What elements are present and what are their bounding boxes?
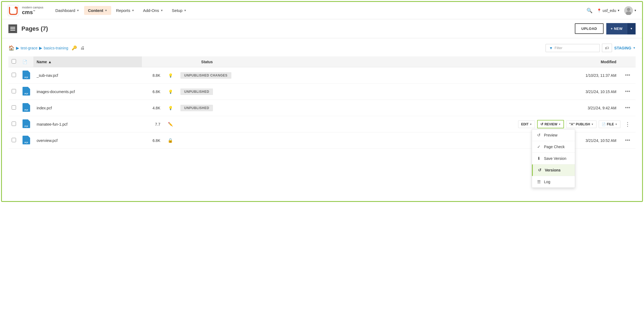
name-column-header[interactable]: Name ▲ <box>33 56 142 67</box>
row-checkbox[interactable] <box>12 89 16 93</box>
printer-icon[interactable]: 🖨 <box>80 46 85 50</box>
svg-point-4 <box>627 8 630 11</box>
chevron-down-icon: ▼ <box>132 9 134 12</box>
chevron-down-icon: ▼ <box>160 9 163 12</box>
publish-button[interactable]: "A" PUBLISH ▼ <box>566 120 597 128</box>
modified-column-header: Modified <box>237 56 620 67</box>
file-table: 📄 Name ▲ Status Modified PCF <box>8 56 636 149</box>
select-all-checkbox[interactable] <box>12 59 16 63</box>
search-icon[interactable]: 🔍 <box>586 8 592 14</box>
location-label: usf_edu <box>602 8 616 13</box>
new-button[interactable]: + NEW <box>606 23 627 34</box>
location-pin-icon: 📍 <box>597 8 601 13</box>
file-name[interactable]: index.pcf <box>33 100 142 116</box>
chevron-down-icon: ▼ <box>105 9 107 12</box>
header-actions: UPLOAD + NEW ▼ <box>575 23 636 34</box>
dropdown-item-preview[interactable]: ↺ Preview <box>532 129 575 141</box>
file-button[interactable]: 📄 FILE ▼ <box>599 120 620 128</box>
file-label: FILE <box>607 122 614 126</box>
row-checkbox[interactable] <box>12 138 16 142</box>
staging-button[interactable]: STAGING ▼ <box>614 46 636 50</box>
dropdown-item-log[interactable]: ☰ Log <box>532 176 575 188</box>
logo[interactable]: modern campus cms™ <box>7 5 43 17</box>
chevron-down-icon: ▼ <box>76 9 79 12</box>
dropdown-item-page-check[interactable]: ✓ Page Check <box>532 141 575 153</box>
status-badge: UNPUBLISHED <box>180 105 213 111</box>
nav-right: 🔍 📍 usf_edu ▼ ▼ <box>586 6 637 15</box>
nav-addons[interactable]: Add-Ons ▼ <box>139 6 167 15</box>
more-options-button[interactable]: ⋮ <box>623 120 632 128</box>
more-options-button[interactable]: ••• <box>623 104 632 111</box>
dropdown-item-label: Page Check <box>544 145 565 149</box>
dropdown-item-label: Save Version <box>544 156 566 161</box>
review-icon: ↺ <box>540 122 543 126</box>
breadcrumb-separator: ▶ <box>39 46 42 50</box>
filter-icon: ▼ <box>549 46 553 50</box>
publish-label: PUBLISH <box>576 122 590 126</box>
more-options-button[interactable]: ••• <box>623 88 632 95</box>
chevron-down-icon: ▼ <box>634 9 637 12</box>
file-size: 4.8K <box>142 100 164 116</box>
file-icon-header: 📄 <box>23 60 27 64</box>
breadcrumb-home-icon[interactable]: 🏠 <box>8 45 14 51</box>
pcf-file-icon: PCF <box>23 136 30 144</box>
chevron-down-icon: ▼ <box>615 123 617 126</box>
upload-button[interactable]: UPLOAD <box>575 23 604 34</box>
dropdown-item-label: Preview <box>544 133 557 137</box>
file-name[interactable]: overview.pcf <box>33 132 142 149</box>
status-badge: UNPUBLISHED <box>180 88 213 95</box>
nav-reports[interactable]: Reports ▼ <box>112 6 138 15</box>
nav-dashboard[interactable]: Dashboard ▼ <box>52 6 83 15</box>
page-title: Pages (7) <box>21 25 48 32</box>
more-options-button[interactable]: ••• <box>623 72 632 78</box>
chevron-down-icon: ▼ <box>630 27 633 30</box>
file-icon: 📄 <box>602 122 606 126</box>
row-checkbox[interactable] <box>12 73 16 77</box>
row-checkbox[interactable] <box>12 105 16 110</box>
versions-icon: ↺ <box>537 168 542 173</box>
page-header: Pages (7) UPLOAD + NEW ▼ <box>2 19 642 38</box>
lock-icon: 🔒 <box>164 132 177 149</box>
review-dropdown-container: ↺ REVIEW ▼ ↺ Preview <box>537 120 564 128</box>
new-button-dropdown[interactable]: ▼ <box>627 23 636 34</box>
filter-input-container[interactable]: ▼ Filter <box>546 44 600 52</box>
content-area: 🏠 ▶ test-grace ▶ basics-training 🔑 🖨 ▼ F… <box>2 38 642 201</box>
dropdown-item-versions[interactable]: ↺ Versions <box>532 164 575 176</box>
pencil-icon: ✏️ <box>164 116 177 132</box>
filter-placeholder: Filter <box>554 46 562 50</box>
pcf-file-icon: PCF <box>23 71 30 79</box>
file-size: 7.7 <box>142 116 164 132</box>
edit-label: EDIT <box>521 122 528 126</box>
review-label: REVIEW <box>544 122 557 126</box>
nav-content[interactable]: Content ▼ <box>84 6 111 15</box>
svg-rect-7 <box>10 28 15 29</box>
tag-button[interactable]: 🏷 <box>602 44 612 52</box>
file-name[interactable]: _sub-nav.pcf <box>33 67 142 84</box>
review-button[interactable]: ↺ REVIEW ▼ <box>537 120 564 128</box>
sidebar-toggle-button[interactable] <box>8 24 17 33</box>
breadcrumb-basics-training[interactable]: basics-training <box>44 46 68 50</box>
pcf-file-icon: PCF <box>23 119 30 128</box>
nav-setup[interactable]: Setup ▼ <box>168 6 190 15</box>
key-icon[interactable]: 🔑 <box>72 45 77 50</box>
chevron-down-icon: ▼ <box>559 123 561 126</box>
dropdown-item-label: Log <box>544 180 550 184</box>
row-checkbox[interactable] <box>12 122 16 126</box>
modified-date: 1/10/23, 11:37 AM <box>237 67 620 84</box>
review-dropdown-menu: ↺ Preview ✓ Page Check ⬇ <box>532 129 575 188</box>
svg-rect-8 <box>10 30 15 31</box>
user-menu[interactable]: ▼ <box>624 6 637 15</box>
file-size: 8.8K <box>142 67 164 84</box>
file-size: 6.8K <box>142 132 164 149</box>
dropdown-item-save-version[interactable]: ⬇ Save Version <box>532 153 575 164</box>
location-selector[interactable]: 📍 usf_edu ▼ <box>597 8 620 13</box>
file-name[interactable]: manatee-fun-1.pcf <box>33 116 142 132</box>
chevron-down-icon: ▼ <box>530 123 532 126</box>
staging-label: STAGING <box>614 46 631 50</box>
chevron-down-icon: ▼ <box>617 9 620 12</box>
status-light-icon: 💡 <box>164 84 177 100</box>
file-name[interactable]: images-documents.pcf <box>33 84 142 100</box>
edit-button[interactable]: EDIT ▼ <box>518 120 535 128</box>
more-options-button[interactable]: ••• <box>623 137 632 144</box>
breadcrumb-test-grace[interactable]: test-grace <box>21 46 37 50</box>
